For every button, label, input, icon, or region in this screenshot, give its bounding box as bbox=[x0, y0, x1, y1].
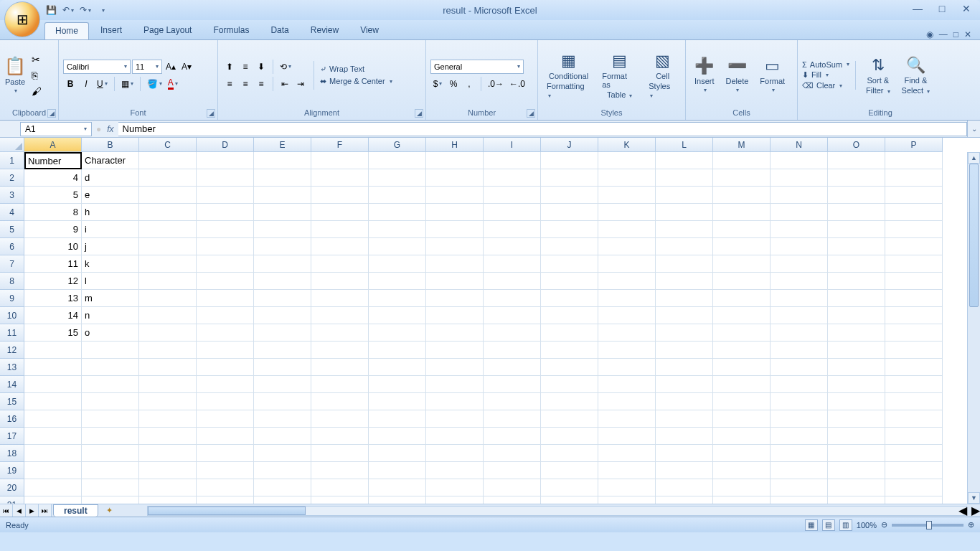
cell-G6[interactable] bbox=[369, 238, 426, 255]
align-middle-icon[interactable]: ≡ bbox=[238, 60, 253, 74]
cell-I10[interactable] bbox=[484, 307, 541, 324]
cell-C17[interactable] bbox=[139, 428, 197, 445]
cell-A17[interactable] bbox=[24, 428, 82, 445]
cell-B18[interactable] bbox=[82, 445, 139, 462]
tab-data[interactable]: Data bbox=[260, 22, 298, 39]
cell-O12[interactable] bbox=[828, 342, 885, 359]
cell-C15[interactable] bbox=[139, 393, 197, 410]
comma-icon[interactable]: , bbox=[462, 77, 476, 91]
cell-H7[interactable] bbox=[426, 255, 484, 273]
cell-H15[interactable] bbox=[426, 393, 484, 410]
page-layout-view-icon[interactable]: ▤ bbox=[822, 519, 835, 531]
cell-F11[interactable] bbox=[311, 324, 369, 342]
number-format-select[interactable]: General▾ bbox=[430, 60, 524, 74]
cell-G8[interactable] bbox=[369, 273, 426, 290]
cell-L4[interactable] bbox=[656, 204, 713, 221]
cell-M11[interactable] bbox=[713, 324, 771, 342]
cell-K12[interactable] bbox=[598, 342, 656, 359]
column-header-A[interactable]: A bbox=[24, 138, 82, 152]
cell-O8[interactable] bbox=[828, 273, 885, 290]
cell-D2[interactable] bbox=[197, 169, 254, 187]
cell-I14[interactable] bbox=[484, 376, 541, 393]
cell-O21[interactable] bbox=[828, 496, 885, 504]
cell-M17[interactable] bbox=[713, 428, 771, 445]
cell-J7[interactable] bbox=[541, 255, 598, 273]
cell-B11[interactable]: o bbox=[82, 324, 139, 342]
minimize-ribbon-icon[interactable]: — bbox=[939, 29, 948, 39]
cell-G19[interactable] bbox=[369, 462, 426, 479]
cell-D3[interactable] bbox=[197, 187, 254, 204]
scroll-down-icon[interactable]: ▼ bbox=[968, 492, 980, 504]
cell-L2[interactable] bbox=[656, 169, 713, 187]
cell-N17[interactable] bbox=[771, 428, 828, 445]
cell-I15[interactable] bbox=[484, 393, 541, 410]
font-name-select[interactable]: Calibri▾ bbox=[63, 60, 131, 74]
cell-F17[interactable] bbox=[311, 428, 369, 445]
cell-N18[interactable] bbox=[771, 445, 828, 462]
cell-N11[interactable] bbox=[771, 324, 828, 342]
cell-F3[interactable] bbox=[311, 187, 369, 204]
cell-A15[interactable] bbox=[24, 393, 82, 410]
cell-L3[interactable] bbox=[656, 187, 713, 204]
cell-I4[interactable] bbox=[484, 204, 541, 221]
name-box[interactable]: A1▾ bbox=[20, 122, 92, 136]
cell-styles-button[interactable]: ▧CellStyles ▾ bbox=[644, 50, 681, 100]
cell-F20[interactable] bbox=[311, 479, 369, 496]
cell-P9[interactable] bbox=[885, 290, 943, 307]
column-header-E[interactable]: E bbox=[254, 138, 311, 152]
cell-L5[interactable] bbox=[656, 221, 713, 238]
cell-O17[interactable] bbox=[828, 428, 885, 445]
cell-E15[interactable] bbox=[254, 393, 311, 410]
office-button[interactable]: ⊞ bbox=[4, 1, 40, 37]
cell-M8[interactable] bbox=[713, 273, 771, 290]
vscroll-thumb[interactable] bbox=[969, 164, 979, 307]
cell-J6[interactable] bbox=[541, 238, 598, 255]
cell-A1[interactable]: Number bbox=[24, 152, 82, 169]
cell-K21[interactable] bbox=[598, 496, 656, 504]
cell-M6[interactable] bbox=[713, 238, 771, 255]
wrap-text-button[interactable]: ⤶Wrap Text bbox=[320, 65, 392, 74]
tab-insert[interactable]: Insert bbox=[90, 22, 132, 39]
cell-H20[interactable] bbox=[426, 479, 484, 496]
cell-N8[interactable] bbox=[771, 273, 828, 290]
column-header-N[interactable]: N bbox=[771, 138, 828, 152]
clear-button[interactable]: ⌫Clear▾ bbox=[802, 81, 849, 90]
cell-D8[interactable] bbox=[197, 273, 254, 290]
cell-G5[interactable] bbox=[369, 221, 426, 238]
cell-E6[interactable] bbox=[254, 238, 311, 255]
delete-cells-button[interactable]: ➖Delete▾ bbox=[722, 55, 753, 95]
cell-H12[interactable] bbox=[426, 342, 484, 359]
zoom-in-icon[interactable]: ⊕ bbox=[968, 520, 974, 529]
row-header-17[interactable]: 17 bbox=[0, 428, 24, 445]
increase-indent-icon[interactable]: ⇥ bbox=[293, 77, 308, 91]
cell-I6[interactable] bbox=[484, 238, 541, 255]
row-header-2[interactable]: 2 bbox=[0, 169, 24, 187]
cell-G3[interactable] bbox=[369, 187, 426, 204]
cell-E7[interactable] bbox=[254, 255, 311, 273]
bold-button[interactable]: B bbox=[63, 77, 77, 91]
cell-N7[interactable] bbox=[771, 255, 828, 273]
cell-K18[interactable] bbox=[598, 445, 656, 462]
cell-J2[interactable] bbox=[541, 169, 598, 187]
column-header-B[interactable]: B bbox=[82, 138, 139, 152]
sheet-tab[interactable]: result bbox=[53, 504, 98, 517]
number-dialog-launcher[interactable]: ◢ bbox=[527, 109, 535, 118]
cell-J18[interactable] bbox=[541, 445, 598, 462]
cell-E21[interactable] bbox=[254, 496, 311, 504]
cell-P1[interactable] bbox=[885, 152, 943, 169]
cell-D11[interactable] bbox=[197, 324, 254, 342]
cell-G4[interactable] bbox=[369, 204, 426, 221]
row-header-13[interactable]: 13 bbox=[0, 359, 24, 376]
cell-I17[interactable] bbox=[484, 428, 541, 445]
cell-D12[interactable] bbox=[197, 342, 254, 359]
cell-C18[interactable] bbox=[139, 445, 197, 462]
cell-D16[interactable] bbox=[197, 410, 254, 428]
cell-O1[interactable] bbox=[828, 152, 885, 169]
cell-L7[interactable] bbox=[656, 255, 713, 273]
cell-J19[interactable] bbox=[541, 462, 598, 479]
cell-N2[interactable] bbox=[771, 169, 828, 187]
cell-A18[interactable] bbox=[24, 445, 82, 462]
hscroll-thumb[interactable] bbox=[148, 507, 306, 515]
cell-H8[interactable] bbox=[426, 273, 484, 290]
cell-G20[interactable] bbox=[369, 479, 426, 496]
